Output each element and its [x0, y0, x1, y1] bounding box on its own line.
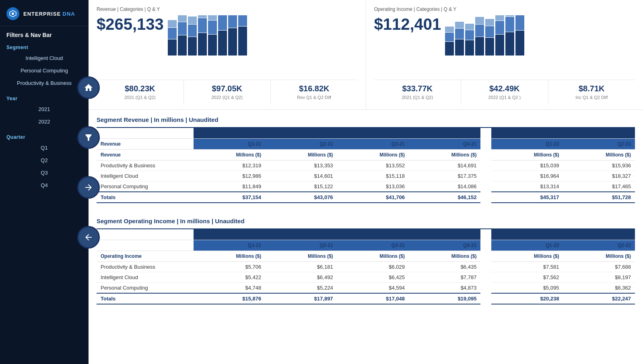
- op-year-2022-header: 2022: [491, 229, 635, 240]
- op-q2-22-header: Q2-22: [563, 240, 635, 251]
- bar-q8: [238, 15, 247, 56]
- op-row-2-q2-22: $6,362: [563, 283, 635, 294]
- op-row-0-q4-21: $6,435: [409, 262, 480, 272]
- op-totals-q2-22: $22,247: [563, 293, 635, 304]
- segment-revenue-title: Segment Revenue | In millions | Unaudite…: [97, 110, 635, 128]
- op-col-header: [97, 240, 194, 251]
- main-content: Revenue | Categories | Q & Y $265,133: [89, 0, 643, 364]
- bar-q7: [228, 15, 237, 56]
- bar-q6: [218, 15, 227, 56]
- op-q4-21-header: Q4-21: [409, 240, 480, 251]
- back-nav-circle[interactable]: [77, 226, 100, 249]
- quarter-section: Quarter Q1 Q2 Q3 Q4: [0, 131, 89, 191]
- rev-unit-q1-22: Millions ($): [491, 150, 563, 160]
- row-0-q3-21: $13,552: [337, 160, 409, 171]
- op-q1-21-header: Q1-21: [194, 240, 265, 251]
- q1-21-header: Q1-21: [194, 139, 265, 150]
- sidebar-item-intelligent-cloud[interactable]: Intelligent Cloud: [0, 52, 89, 64]
- operating-kpi-2-label: Inc Q1 & Q2 Diff: [575, 95, 608, 100]
- filter-nav-circle[interactable]: [77, 126, 100, 149]
- row-0-q4-21: $14,691: [409, 160, 480, 171]
- q4-21-header: Q4-21: [409, 139, 480, 150]
- home-nav-circle[interactable]: [77, 76, 100, 99]
- row-0-q1-21: $12,319: [194, 160, 265, 171]
- sidebar-item-2022[interactable]: 2022: [0, 115, 89, 128]
- totals-q2-22: $51,728: [563, 192, 635, 203]
- rev-unit-q1-21: Millions ($): [194, 150, 265, 160]
- op-year-2021-header: 2021: [194, 229, 481, 240]
- op-totals-q3-21: $17,048: [337, 293, 409, 304]
- nav-circles: [77, 76, 100, 249]
- row-label-0: Productivity & Business: [97, 160, 194, 171]
- op-unit-q3-21: Millions ($): [337, 251, 409, 262]
- sidebar-item-q2[interactable]: Q2: [0, 154, 89, 167]
- op-totals-q4-21: $19,095: [409, 293, 480, 304]
- row-label-2: Personal Computing: [97, 181, 194, 192]
- op-totals-q1-22: $20,238: [491, 293, 563, 304]
- operating-totals-row: Totals $15,876 $17,897 $17,048 $19,095 $…: [97, 293, 635, 304]
- charts-row: Revenue | Categories | Q & Y $265,133: [89, 0, 643, 110]
- sidebar-item-productivity-business[interactable]: Productivity & Business: [0, 77, 89, 89]
- op-main-col-header: Operating Income: [97, 251, 194, 262]
- op-q2-21-header: Q2-21: [265, 240, 337, 251]
- table-row: Personal Computing $11,849 $15,122 $13,0…: [97, 181, 635, 192]
- year-2022-header: 2022: [491, 128, 635, 139]
- sidebar: ENTERPRISE DNA Filters & Nav Bar Segment…: [0, 0, 89, 364]
- op-row-1-q1-22: $7,562: [491, 272, 563, 283]
- op-row-2-q1-22: $5,095: [491, 283, 563, 294]
- row-2-q1-21: $11,849: [194, 181, 265, 192]
- sidebar-item-2021[interactable]: 2021: [0, 103, 89, 115]
- operating-chart-title: Operating Income | Categories | Q & Y: [374, 6, 635, 12]
- bar-q2: [178, 15, 187, 56]
- sidebar-item-personal-computing[interactable]: Personal Computing: [0, 64, 89, 77]
- op-totals-label: Totals: [97, 293, 194, 304]
- operating-kpi-1-value: $42.49K: [466, 84, 543, 93]
- logo-icon: [6, 7, 19, 20]
- revenue-totals-row: Totals $37,154 $43,076 $41,706 $46,152 $…: [97, 192, 635, 203]
- rev-unit-q2-21: Millions ($): [265, 150, 337, 160]
- op-row-0-q2-21: $6,181: [265, 262, 337, 272]
- revenue-chart-title: Revenue | Categories | Q & Y: [97, 6, 358, 12]
- app-title: ENTERPRISE DNA: [23, 10, 75, 17]
- sidebar-header: ENTERPRISE DNA: [0, 0, 89, 26]
- operating-kpis: $33.77K 2021 (Q1 & Q2) $42.49K 2022 (Q1 …: [374, 80, 635, 105]
- table-row: Productivity & Business $12,319 $13,353 …: [97, 160, 635, 171]
- revenue-kpis: $80.23K 2021 (Q1 & Q2) $97.05K 2022 (Q1 …: [97, 80, 358, 105]
- sidebar-item-q1[interactable]: Q1: [0, 142, 89, 154]
- op-row-2-q2-21: $5,224: [265, 283, 337, 294]
- quarter-label: Quarter: [0, 131, 89, 142]
- year-section: Year 2021 2022: [0, 93, 89, 128]
- sidebar-item-q4[interactable]: Q4: [0, 179, 89, 191]
- operating-chart-panel: Operating Income | Categories | Q & Y $1…: [366, 0, 643, 109]
- revenue-kpi-2: $16.82K Rev Q1 & Q2 Diff: [271, 80, 358, 105]
- operating-kpi-2-value: $8.71K: [553, 84, 631, 93]
- op-unit-q2-22: Millions ($): [563, 251, 635, 262]
- sidebar-nav-title: Filters & Nav Bar: [0, 26, 89, 41]
- op-row-label-0: Productivity & Business: [97, 262, 194, 272]
- rev-unit-header: Revenue: [97, 150, 194, 160]
- forward-nav-circle[interactable]: [77, 176, 100, 199]
- row-0-q2-22: $15,936: [563, 160, 635, 171]
- revenue-kpi-0-label: 2021 (Q1 & Q2): [124, 95, 156, 100]
- totals-label: Totals: [97, 192, 194, 203]
- revenue-kpi-1-label: 2022 (Q1 & Q2): [211, 95, 243, 100]
- op-row-0-q1-22: $7,581: [491, 262, 563, 272]
- bar-q1: [168, 20, 177, 56]
- row-1-q4-21: $17,375: [409, 171, 480, 181]
- totals-q2-21: $43,076: [265, 192, 337, 203]
- op-row-0-q2-22: $7,688: [563, 262, 635, 272]
- operating-kpi-0: $33.77K 2021 (Q1 & Q2): [374, 80, 462, 105]
- revenue-col-header: Revenue: [97, 139, 194, 150]
- operating-kpi-2: $8.71K Inc Q1 & Q2 Diff: [548, 80, 635, 105]
- sidebar-item-q3[interactable]: Q3: [0, 167, 89, 179]
- op-unit-q1-22: Millions ($): [491, 251, 563, 262]
- revenue-kpi-2-value: $16.82K: [276, 84, 353, 93]
- rev-unit-q2-22: Millions ($): [563, 150, 635, 160]
- row-1-q1-21: $12,986: [194, 171, 265, 181]
- q1-22-header: Q1-22: [491, 139, 563, 150]
- row-1-q1-22: $16,964: [491, 171, 563, 181]
- segment-revenue-table: 2021 2022 Revenue Q1-21 Q2-21 Q3-21 Q4-2…: [97, 128, 635, 203]
- segment-operating-table: 2021 2022 Q1-21 Q2-21 Q3-21 Q4-21 Q1-22 …: [97, 229, 635, 304]
- totals-q1-22: $45,317: [491, 192, 563, 203]
- svg-point-2: [12, 12, 14, 15]
